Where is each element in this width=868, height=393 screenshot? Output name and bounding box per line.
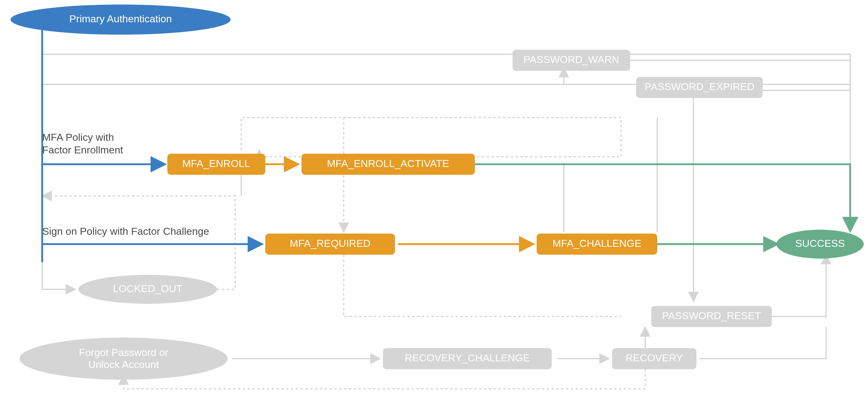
label-mfa-policy-1: MFA Policy with	[42, 131, 114, 143]
node-mfa-enroll: MFA_ENROLL	[167, 154, 265, 175]
node-password-reset: PASSWORD_RESET	[651, 306, 772, 327]
inactive-edges	[42, 54, 850, 389]
node-label: MFA_CHALLENGE	[553, 237, 642, 249]
node-label: PASSWORD_WARN	[523, 54, 619, 65]
node-mfa-enroll-activate: MFA_ENROLL_ACTIVATE	[302, 154, 475, 175]
node-password-warn: PASSWORD_WARN	[513, 50, 630, 71]
orange-edges	[265, 164, 534, 244]
node-mfa-required: MFA_REQUIRED	[265, 234, 395, 255]
label-signon-policy: Sign on Policy with Factor Challenge	[42, 225, 209, 237]
node-recovery-challenge: RECOVERY_CHALLENGE	[383, 348, 552, 369]
node-label: RECOVERY_CHALLENGE	[405, 352, 530, 363]
green-edges	[475, 164, 850, 244]
node-label: LOCKED_OUT	[113, 283, 183, 294]
node-label-line1: Forgot Password or	[79, 347, 168, 358]
node-label-line2: Unlock Account	[88, 359, 159, 370]
node-label: PASSWORD_EXPIRED	[645, 81, 754, 92]
label-mfa-policy-2: Factor Enrollment	[42, 144, 123, 156]
node-mfa-challenge: MFA_CHALLENGE	[537, 234, 657, 255]
node-label: RECOVERY	[626, 352, 683, 363]
node-success: SUCCESS	[776, 230, 864, 259]
node-label: MFA_ENROLL_ACTIVATE	[327, 158, 449, 169]
node-label: SUCCESS	[795, 237, 845, 249]
node-locked-out: LOCKED_OUT	[79, 275, 217, 304]
auth-state-diagram: Primary Authentication MFA Policy with F…	[0, 0, 868, 393]
node-label: MFA_ENROLL	[182, 158, 250, 169]
node-label: PASSWORD_RESET	[662, 310, 761, 321]
node-recovery: RECOVERY	[612, 348, 696, 369]
node-password-expired: PASSWORD_EXPIRED	[636, 77, 763, 98]
node-label: MFA_REQUIRED	[290, 237, 371, 249]
node-primary-authentication: Primary Authentication	[10, 4, 230, 35]
node-label: Primary Authentication	[69, 13, 172, 24]
node-forgot-password: Forgot Password or Unlock Account	[20, 337, 228, 380]
